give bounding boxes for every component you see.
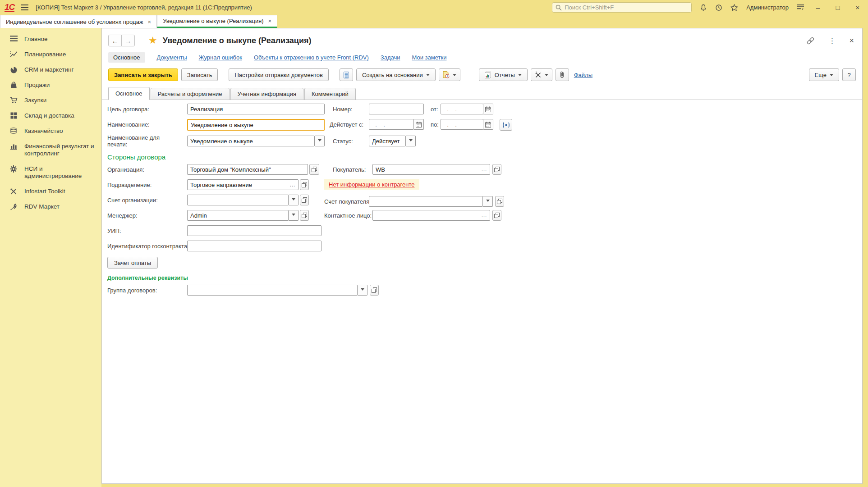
forward-arrow-button[interactable]: → [121, 35, 135, 46]
choose-button[interactable]: … [481, 212, 487, 218]
user-name[interactable]: Администратор [746, 4, 789, 11]
open-buyer-account-button[interactable] [495, 196, 504, 207]
uip-label: УИП: [107, 228, 121, 234]
choose-button[interactable]: … [289, 181, 296, 188]
form-tab-main[interactable]: Основное [108, 87, 150, 100]
open-department-button[interactable] [300, 179, 309, 190]
sidebar-item-rdv-market[interactable]: RDV Маркет [0, 199, 101, 214]
sidebar-item-treasury[interactable]: Казначейство [0, 123, 101, 139]
minimize-button[interactable]: – [812, 4, 824, 11]
validity-history-button[interactable] [500, 119, 512, 131]
print-name-input[interactable] [187, 136, 315, 146]
save-button[interactable]: Записать [181, 68, 218, 81]
calendar-icon[interactable] [483, 119, 493, 130]
number-input[interactable] [369, 104, 424, 114]
status-input[interactable] [369, 136, 406, 146]
form-tab-accounting[interactable]: Учетная информация [230, 88, 303, 100]
choose-button[interactable]: … [481, 166, 487, 173]
service-tools-button[interactable] [531, 68, 552, 81]
contract-group-input[interactable] [187, 285, 358, 296]
sidebar-item-purchases[interactable]: Закупки [0, 93, 101, 108]
structure-icon [344, 72, 349, 78]
nav-error-log[interactable]: Журнал ошибок [199, 54, 242, 61]
payment-offset-button[interactable]: Зачет оплаты [107, 257, 158, 269]
sidebar-item-crm[interactable]: CRM и маркетинг [0, 62, 101, 77]
sidebar-item-sales[interactable]: Продажи [0, 77, 101, 93]
form-tab-calculations[interactable]: Расчеты и оформление [151, 88, 230, 100]
calendar-icon[interactable] [483, 104, 493, 114]
counterparty-warning[interactable]: Нет информации о контрагенте [324, 179, 419, 190]
send-settings-button[interactable]: Настройки отправки документов [229, 68, 329, 81]
global-search[interactable] [552, 2, 692, 13]
goal-input[interactable] [187, 104, 325, 114]
files-link[interactable]: Файлы [574, 72, 592, 78]
dropdown-button[interactable] [483, 196, 493, 207]
open-organization-button[interactable] [309, 164, 319, 175]
maximize-button[interactable]: □ [832, 4, 844, 11]
main-menu-icon[interactable] [21, 5, 28, 10]
structure-button[interactable] [340, 68, 353, 81]
nav-documents[interactable]: Документы [157, 54, 187, 61]
search-input[interactable] [565, 4, 688, 11]
sidebar-item-finance[interactable]: Финансовый результат и контроллинг [0, 139, 101, 161]
document-reminder-button[interactable] [439, 68, 460, 81]
nav-front-objects[interactable]: Объекты к отражению в учете Front (RDV) [254, 54, 369, 61]
document-form-panel: ← → ★ Уведомление о выкупе (Реализация) … [101, 28, 863, 484]
calendar-icon[interactable] [414, 119, 424, 130]
dropdown-button[interactable] [315, 136, 325, 146]
attach-button[interactable] [556, 68, 569, 81]
buyer-account-input[interactable] [369, 196, 483, 207]
date-from-input[interactable] [441, 104, 483, 114]
nav-main[interactable]: Основное [108, 52, 145, 63]
create-based-on-button[interactable]: Создать на основании [356, 68, 436, 81]
history-icon[interactable] [715, 4, 722, 11]
kebab-menu-icon[interactable]: ⋮ [828, 36, 836, 45]
org-account-input[interactable] [187, 195, 289, 205]
valid-to-input[interactable] [441, 119, 483, 130]
close-window-button[interactable]: × [852, 4, 863, 11]
open-contract-group-button[interactable] [370, 285, 379, 296]
sidebar-item-infostart[interactable]: Infostart Toolkit [0, 184, 101, 199]
open-manager-button[interactable] [300, 210, 309, 221]
manager-input[interactable] [187, 210, 289, 221]
open-contact-button[interactable] [492, 210, 501, 221]
nav-tasks[interactable]: Задачи [381, 54, 400, 61]
nav-notes[interactable]: Мои заметки [412, 54, 447, 61]
dropdown-button[interactable] [289, 195, 299, 205]
buyer-input[interactable] [372, 164, 490, 175]
dropdown-button[interactable] [289, 210, 299, 221]
sidebar-item-planning[interactable]: Планирование [0, 47, 101, 62]
get-link-icon[interactable] [806, 36, 815, 45]
valid-from-input[interactable] [369, 119, 414, 130]
user-menu-icon[interactable] [797, 5, 804, 11]
notifications-bell-icon[interactable] [700, 4, 707, 11]
dropdown-button[interactable] [406, 136, 416, 146]
favorites-star-icon[interactable] [730, 4, 738, 11]
tab-close-icon[interactable]: × [148, 18, 152, 25]
form-tab-comment[interactable]: Комментарий [304, 88, 356, 100]
window-tab-notification[interactable]: Уведомление о выкупе (Реализация) × [157, 15, 277, 28]
window-tab-agreement[interactable]: Индивидуальное соглашение об условиях пр… [0, 15, 157, 28]
gov-contract-id-input[interactable] [187, 241, 321, 251]
close-form-icon[interactable]: × [849, 36, 854, 46]
sidebar-item-nsi-admin[interactable]: НСИ и администрирование [0, 161, 101, 184]
1c-logo: 1С [5, 3, 14, 12]
open-buyer-button[interactable] [492, 164, 501, 175]
help-button[interactable]: ? [842, 68, 856, 81]
uip-input[interactable] [187, 225, 321, 236]
department-input[interactable] [187, 179, 299, 190]
save-close-button[interactable]: Записать и закрыть [108, 68, 178, 81]
more-button[interactable]: Еще [809, 68, 839, 81]
contact-input[interactable] [372, 210, 490, 221]
open-org-account-button[interactable] [300, 195, 309, 205]
rocket-icon [9, 203, 18, 210]
back-arrow-button[interactable]: ← [108, 35, 122, 46]
reports-button[interactable]: Отчеты [479, 68, 528, 81]
tab-close-icon[interactable]: × [268, 18, 272, 24]
sidebar-item-main[interactable]: Главное [0, 32, 101, 47]
sidebar-item-warehouse[interactable]: Склад и доставка [0, 108, 101, 123]
dropdown-button[interactable] [358, 285, 367, 296]
name-input[interactable] [187, 119, 325, 131]
organization-input[interactable] [187, 164, 308, 175]
favorite-star-icon[interactable]: ★ [148, 35, 157, 46]
